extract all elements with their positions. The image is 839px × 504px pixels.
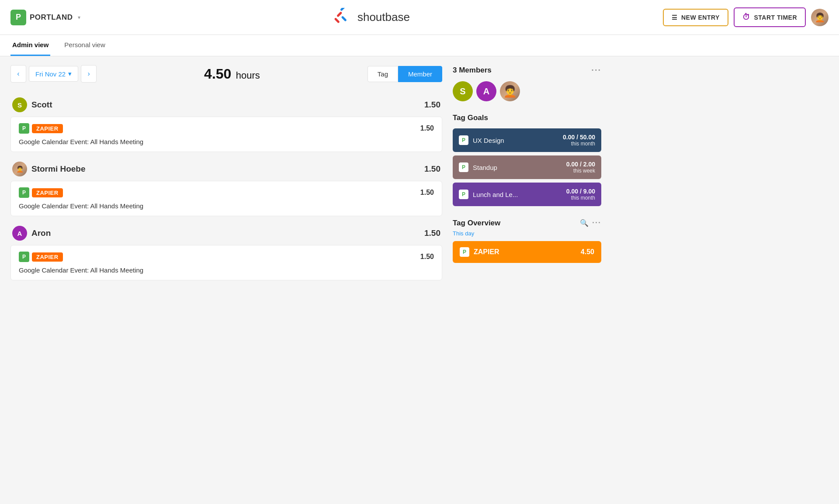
member-section-stormi: 🧑‍🦱 Stormi Hoebe 1.50 P ZAPIER 1.50 Goog…: [10, 157, 442, 216]
project-badge: P: [19, 123, 29, 134]
tag-goal-ux-design: P UX Design 0.00 / 50.00 this month: [453, 128, 601, 152]
member-avatars: S A 🧑‍🦱: [453, 81, 601, 101]
tag-goal-project-badge: P: [459, 190, 468, 199]
zapier-tag: ZAPIER: [32, 124, 63, 133]
member-name-stormi: Stormi Hoebe: [31, 164, 420, 174]
sidebar-members-section: 3 Members ··· S A 🧑‍🦱: [453, 65, 601, 101]
tag-overview-period: This day: [453, 230, 601, 237]
view-toggle: Tag Member: [367, 66, 442, 82]
workspace-badge: P: [10, 10, 26, 25]
tag-goal-period: this week: [566, 168, 595, 174]
tag-toggle-button[interactable]: Tag: [367, 66, 398, 82]
member-header-aron: A Aron 1.50: [10, 221, 442, 245]
member-header-scott: S Scott 1.50: [10, 93, 442, 117]
members-count-label: 3 Members: [453, 66, 492, 75]
tag-goals-title: Tag Goals: [453, 114, 488, 122]
user-avatar[interactable]: 🧑‍🦱: [811, 9, 829, 26]
entry-card: P ZAPIER 1.50 Google Calendar Event: All…: [10, 181, 442, 216]
tab-bar: Admin view Personal view: [0, 35, 839, 56]
header: P PORTLAND ▾ shoutbase ☰ NEW ENTRY ⏱ STA…: [0, 0, 839, 35]
start-timer-label: START TIMER: [754, 14, 797, 21]
tag-goal-values: 0.00 / 50.00 this month: [563, 134, 595, 147]
member-section-scott: S Scott 1.50 P ZAPIER 1.50 Google Calend…: [10, 93, 442, 152]
entry-top: P ZAPIER 1.50: [19, 187, 434, 198]
sidebar-members-header: 3 Members ···: [453, 65, 601, 75]
tag-overview-name: ZAPIER: [474, 248, 576, 256]
entry-hours: 1.50: [420, 253, 434, 261]
sidebar-avatar-scott[interactable]: S: [453, 81, 473, 101]
new-entry-label: NEW ENTRY: [681, 14, 720, 21]
tab-admin-view[interactable]: Admin view: [10, 35, 50, 56]
tag-overview-more-button[interactable]: ···: [592, 218, 601, 228]
entry-top: P ZAPIER 1.50: [19, 123, 434, 134]
header-actions: ☰ NEW ENTRY ⏱ START TIMER 🧑‍🦱: [663, 7, 829, 27]
member-avatar-scott: S: [12, 97, 27, 112]
tag-goal-values: 0.00 / 2.00 this week: [566, 161, 595, 174]
workspace-area: P PORTLAND ▾: [10, 10, 80, 25]
start-timer-button[interactable]: ⏱ START TIMER: [734, 7, 806, 27]
project-badge: P: [19, 252, 29, 262]
prev-date-button[interactable]: ‹: [10, 65, 26, 83]
date-chevron-icon: ▾: [68, 70, 72, 78]
logo-icon: [334, 8, 353, 27]
tag-overview-header: Tag Overview 🔍 ···: [453, 218, 601, 228]
sidebar-avatar-stormi[interactable]: 🧑‍🦱: [500, 81, 520, 101]
tag-overview-hours: 4.50: [581, 248, 594, 256]
member-toggle-button[interactable]: Member: [398, 66, 442, 82]
new-entry-icon: ☰: [672, 14, 678, 21]
tag-goal-name: UX Design: [473, 137, 558, 144]
entry-description: Google Calendar Event: All Hands Meeting: [19, 138, 434, 145]
member-name-aron: Aron: [31, 228, 420, 238]
member-header-stormi: 🧑‍🦱 Stormi Hoebe 1.50: [10, 157, 442, 181]
sidebar-tag-overview-section: Tag Overview 🔍 ··· This day P ZAPIER 4.5…: [453, 218, 601, 263]
tag-goal-standup: P Standup 0.00 / 2.00 this week: [453, 155, 601, 179]
svg-rect-2: [341, 16, 347, 21]
project-badge: P: [19, 187, 29, 198]
sidebar-tag-goals-section: Tag Goals P UX Design 0.00 / 50.00 this …: [453, 114, 601, 206]
tag-goal-numbers: 0.00 / 9.00: [566, 188, 595, 195]
sidebar-tag-goals-header: Tag Goals: [453, 114, 601, 122]
hours-unit: hours: [236, 70, 260, 81]
entry-hours: 1.50: [420, 189, 434, 197]
member-name-scott: Scott: [31, 100, 420, 110]
entry-tags: P ZAPIER: [19, 252, 63, 262]
workspace-chevron-icon[interactable]: ▾: [78, 14, 80, 21]
entry-card: P ZAPIER 1.50 Google Calendar Event: All…: [10, 245, 442, 280]
tag-goal-project-badge: P: [459, 135, 468, 145]
entry-description: Google Calendar Event: All Hands Meeting: [19, 266, 434, 274]
content-area: ‹ Fri Nov 22 ▾ › 4.50 hours Tag Member S…: [10, 65, 442, 286]
date-bar: ‹ Fri Nov 22 ▾ › 4.50 hours Tag Member: [10, 65, 442, 83]
svg-rect-3: [334, 17, 340, 23]
tag-overview-title: Tag Overview: [453, 219, 500, 228]
entry-description: Google Calendar Event: All Hands Meeting: [19, 202, 434, 210]
tag-overview-search-icon[interactable]: 🔍: [580, 219, 589, 227]
tag-goal-numbers: 0.00 / 50.00: [563, 134, 595, 141]
logo-area: shoutbase: [334, 8, 410, 27]
hours-display: 4.50 hours: [97, 66, 367, 82]
tag-goal-numbers: 0.00 / 2.00: [566, 161, 595, 168]
tag-goal-period: this month: [566, 195, 595, 201]
tag-goal-name: Standup: [473, 164, 562, 171]
members-more-button[interactable]: ···: [591, 65, 601, 75]
member-section-aron: A Aron 1.50 P ZAPIER 1.50 Google Calenda…: [10, 221, 442, 280]
new-entry-button[interactable]: ☰ NEW ENTRY: [663, 9, 728, 26]
tag-goal-period: this month: [563, 141, 595, 147]
member-avatar-aron: A: [12, 226, 27, 241]
entry-tags: P ZAPIER: [19, 123, 63, 134]
tag-overview-project-badge: P: [460, 247, 469, 257]
member-avatar-stormi: 🧑‍🦱: [12, 162, 27, 176]
zapier-tag: ZAPIER: [32, 252, 63, 262]
tag-goal-project-badge: P: [459, 162, 468, 172]
entry-tags: P ZAPIER: [19, 187, 63, 198]
entry-hours: 1.50: [420, 124, 434, 132]
tab-personal-view[interactable]: Personal view: [62, 35, 107, 56]
next-date-button[interactable]: ›: [81, 65, 97, 83]
date-selector[interactable]: Fri Nov 22 ▾: [29, 66, 78, 82]
workspace-name: PORTLAND: [30, 13, 73, 22]
member-hours-stormi: 1.50: [424, 164, 440, 174]
tag-overview-zapier: P ZAPIER 4.50: [453, 241, 601, 263]
tag-goal-values: 0.00 / 9.00 this month: [566, 188, 595, 201]
hours-value: 4.50: [204, 66, 231, 82]
member-hours-aron: 1.50: [424, 228, 440, 238]
sidebar-avatar-aron[interactable]: A: [476, 81, 496, 101]
